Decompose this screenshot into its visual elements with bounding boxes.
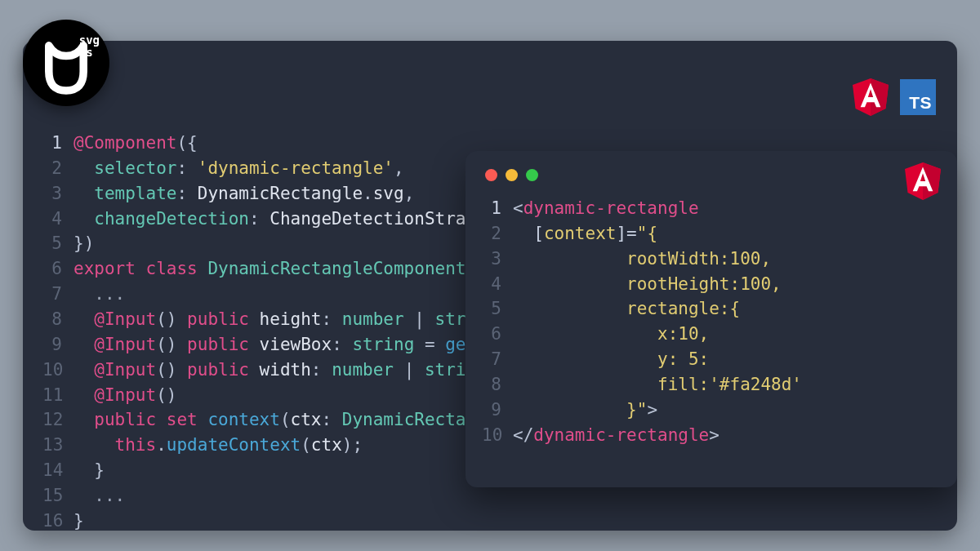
line-number: 2	[42, 156, 74, 181]
line-number: 8	[482, 372, 513, 398]
line-number: 4	[42, 207, 74, 232]
typescript-icon: TS	[900, 79, 936, 115]
ts-label: TS	[909, 93, 932, 113]
line-number: 1	[482, 196, 513, 221]
code-block-overlay[interactable]: 1<dynamic-rectangle2 [context]="{3 rootW…	[482, 196, 939, 448]
line-number: 5	[42, 231, 74, 256]
line-number: 11	[42, 383, 74, 408]
code-editor-overlay: 1<dynamic-rectangle2 [context]="{3 rootW…	[466, 151, 957, 487]
line-number: 10	[482, 423, 513, 448]
line-number: 8	[42, 307, 74, 332]
line-number: 14	[42, 458, 74, 483]
line-number: 7	[42, 282, 74, 307]
maximize-icon[interactable]	[526, 169, 538, 181]
line-number: 3	[482, 247, 513, 272]
line-number: 13	[42, 433, 74, 458]
line-number: 10	[42, 358, 74, 383]
close-icon[interactable]	[485, 169, 497, 181]
window-controls	[482, 167, 939, 196]
minimize-icon[interactable]	[506, 169, 518, 181]
svgts-logo: svg ts	[23, 20, 109, 106]
angular-icon	[853, 78, 889, 116]
cat-icon	[23, 20, 109, 106]
line-number: 1	[42, 131, 74, 156]
line-number: 2	[482, 221, 513, 247]
line-number: 12	[42, 407, 74, 433]
logo-text-svg: svg	[79, 34, 100, 47]
line-number: 4	[482, 272, 513, 297]
line-number: 6	[42, 256, 74, 282]
line-number: 9	[42, 332, 74, 358]
line-number: 7	[482, 347, 513, 372]
line-number: 15	[42, 483, 74, 509]
line-number: 3	[42, 181, 74, 207]
logo-text-ts: ts	[79, 47, 100, 59]
line-number: 6	[482, 322, 513, 347]
line-number: 16	[42, 509, 74, 534]
line-number: 5	[482, 296, 513, 322]
line-number: 9	[482, 398, 513, 423]
angular-icon	[905, 162, 941, 200]
